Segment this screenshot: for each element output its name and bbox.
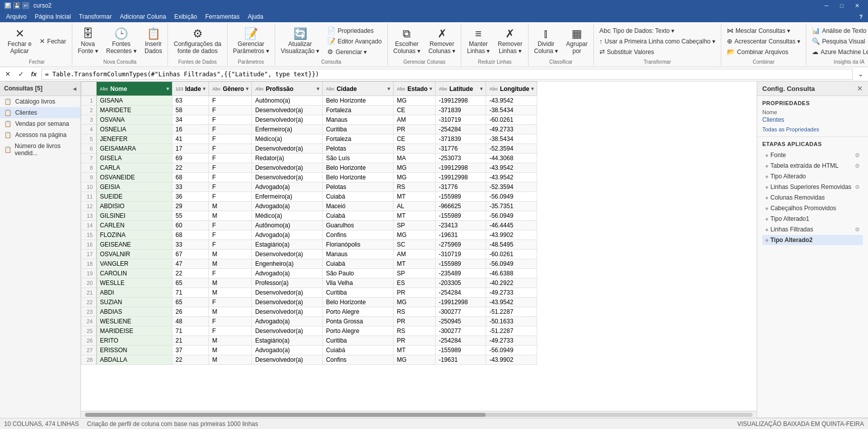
btn-tipo-dados[interactable]: Abc Tipo de Dados: Texto ▾ xyxy=(596,26,719,36)
table-row[interactable]: 5JENEFER41FMédico(a)FortalezaCE-371839-3… xyxy=(81,134,537,144)
table-row[interactable]: 20WESLLE65MProfessor(a)Vila VelhaES-2033… xyxy=(81,278,537,288)
col-header-longitude[interactable]: Abc Longitude ▾ xyxy=(486,82,537,96)
step-item[interactable]: ◆Tipo Alterado xyxy=(762,171,863,181)
col-header-cidade[interactable]: Abc Cidade ▾ xyxy=(323,82,394,96)
step-gear-icon[interactable]: ⚙ xyxy=(855,163,860,169)
btn-acrescentar-consultas[interactable]: ⊕ Acrescentar Consultas ▾ xyxy=(723,36,804,46)
table-row[interactable]: 4OSNELIA16FEnfermeiro(a)CuritibaPR-25428… xyxy=(81,125,537,134)
step-item[interactable]: ◆Colunas Removidas xyxy=(762,193,863,203)
btn-propriedades[interactable]: 📄 Propriedades xyxy=(324,26,385,36)
btn-analise-texto[interactable]: 📊 Análise de Texto xyxy=(808,26,868,36)
table-row[interactable]: 8CARLA22FDesenvolvedor(a)Belo HorizonteM… xyxy=(81,163,537,173)
table-container[interactable]: Abc Nome ▾ 123 Idade xyxy=(81,81,757,411)
sidebar-item-acessos[interactable]: 📋 Acessos na página xyxy=(0,129,80,140)
name-value[interactable]: Clientes xyxy=(762,116,863,123)
table-row[interactable]: 25MARIDEISE71FDesenvolvedor(a)Porto Aleg… xyxy=(81,326,537,336)
table-row[interactable]: 10GEISIA33FAdvogado(a)PelotasRS-31776-52… xyxy=(81,182,537,192)
step-gear-icon[interactable]: ⚙ xyxy=(855,184,860,190)
table-row[interactable]: 22SUZIAN65FDesenvolvedor(a)Belo Horizont… xyxy=(81,298,537,307)
col-header-latitude[interactable]: Abc Latitude ▾ xyxy=(436,82,486,96)
help-icon[interactable]: ? xyxy=(856,12,866,22)
col-filter-profissao[interactable]: ▾ xyxy=(317,86,319,91)
col-filter-genero[interactable]: ▾ xyxy=(246,86,248,91)
table-row[interactable]: 9OSVANEIDE68FDesenvolvedor(a)Belo Horizo… xyxy=(81,173,537,182)
col-header-nome[interactable]: Abc Nome ▾ xyxy=(97,82,172,96)
maximize-button[interactable]: □ xyxy=(835,0,849,11)
col-header-genero[interactable]: Abc Gênero ▾ xyxy=(209,82,252,96)
btn-substituir-valores[interactable]: ⇄ Substituir Valores xyxy=(596,47,719,57)
sidebar-item-clientes[interactable]: 📋 Clientes xyxy=(0,107,80,118)
table-row[interactable]: 13GILSINEI55MMédico(a)CuiabáMT-155989-56… xyxy=(81,211,537,221)
table-row[interactable]: 3OSVANA34FDesenvolvedor(a)ManausAM-31071… xyxy=(81,115,537,125)
btn-primeira-linha[interactable]: ↑ Usar a Primeira Linha como Cabeçalho ▾ xyxy=(596,36,719,46)
menu-transformar[interactable]: Transformar xyxy=(75,11,116,22)
step-item[interactable]: ◆Tipo Alterado2 xyxy=(762,235,863,245)
col-header-idade[interactable]: 123 Idade ▾ xyxy=(172,82,209,96)
btn-combinar-arquivos[interactable]: 📂 Combinar Arquivos xyxy=(723,47,804,57)
table-row[interactable]: 14CARLEN60FAutônomo(a)GuarulhosSP-23413-… xyxy=(81,221,537,230)
step-item[interactable]: ◆Fonte⚙ xyxy=(762,150,863,160)
menu-ajuda[interactable]: Ajuda xyxy=(244,11,268,22)
btn-remover-colunas[interactable]: ✗ RemoverColunas ▾ xyxy=(425,26,459,57)
btn-fontes-recentes[interactable]: 🕒 FontesRecentes ▾ xyxy=(103,26,140,57)
table-row[interactable]: 26ERITO21MEstagiário(a)CuritibaPR-254284… xyxy=(81,336,537,346)
table-row[interactable]: 12ABDISIO29MAdvogado(a)MaceióAL-966625-3… xyxy=(81,202,537,211)
col-filter-estado[interactable]: ▾ xyxy=(429,86,432,91)
btn-dividir-coluna[interactable]: ⫿ DividirColuna ▾ xyxy=(531,26,561,57)
btn-agrupar-por[interactable]: ▦ Agruparpor xyxy=(562,26,591,57)
formula-cancel-btn[interactable]: ✕ xyxy=(2,69,13,80)
formula-fx-btn[interactable]: fx xyxy=(28,69,39,80)
table-row[interactable]: 24WESLIENE48FAdvogado(a)Ponta GrossaPR-2… xyxy=(81,317,537,326)
col-filter-latitude[interactable]: ▾ xyxy=(480,86,483,91)
col-filter-idade[interactable]: ▾ xyxy=(203,86,205,91)
menu-exibicao[interactable]: Exibição xyxy=(170,11,201,22)
right-panel-close-btn[interactable]: ✕ xyxy=(857,84,863,92)
formula-confirm-btn[interactable]: ✓ xyxy=(15,69,26,80)
table-row[interactable]: 23ABDIAS26MDesenvolvedor(a)Porto AlegreR… xyxy=(81,307,537,317)
table-row[interactable]: 18VANGLER47MEngenheiro(a)CuiabáMT-155989… xyxy=(81,259,537,269)
step-gear-icon[interactable]: ⚙ xyxy=(855,152,860,159)
col-filter-cidade[interactable]: ▾ xyxy=(387,86,390,91)
close-button[interactable]: ✕ xyxy=(850,0,864,11)
btn-fechar-aplicar[interactable]: ✕ Fechar eAplicar xyxy=(4,26,35,57)
table-row[interactable]: 1GISANA63FAutônomo(a)Belo HorizonteMG-19… xyxy=(81,96,537,106)
btn-remover-linhas[interactable]: ✗ RemoverLinhas ▾ xyxy=(494,26,526,57)
btn-config-fonte[interactable]: ⚙ Configurações dafonte de dados xyxy=(170,26,225,57)
horizontal-scrollbar[interactable] xyxy=(81,411,757,418)
btn-pesquisa-visual[interactable]: 🔍 Pesquisa Visual xyxy=(808,36,868,46)
menu-pagina-inicial[interactable]: Página Inicial xyxy=(31,11,75,22)
table-row[interactable]: 21ABDI71MDesenvolvedor(a)CuritibaPR-2542… xyxy=(81,288,537,298)
btn-fechar[interactable]: ✕ Fechar xyxy=(36,36,69,46)
menu-ferramentas[interactable]: Ferramentas xyxy=(201,11,244,22)
table-row[interactable]: 27ERISSON37MAdvogado(a)CuiabáMT-155989-5… xyxy=(81,346,537,355)
step-item[interactable]: ◆Linhas Superiores Removidas⚙ xyxy=(762,182,863,192)
col-filter-longitude[interactable]: ▾ xyxy=(531,86,534,91)
table-row[interactable]: 15FLOZINA68FAdvogado(a)ConfinsMG-19631-4… xyxy=(81,230,537,240)
table-row[interactable]: 2MARIDETE58FDesenvolvedor(a)FortalezaCE-… xyxy=(81,106,537,115)
step-item[interactable]: ◆Tabela extraída de HTML⚙ xyxy=(762,161,863,171)
menu-arquivo[interactable]: Arquivo xyxy=(2,11,31,22)
table-row[interactable]: 16GEISEANE33FEstagiário(a)FlorianópolisS… xyxy=(81,240,537,250)
btn-gerenciar-consulta[interactable]: ⚙ Gerenciar ▾ xyxy=(324,47,385,57)
btn-nova-fonte[interactable]: 🗄 NovaFonte ▾ xyxy=(74,26,102,57)
sidebar-item-vendas[interactable]: 📋 Vendas por semana xyxy=(0,118,80,129)
step-item[interactable]: ◆Tipo Alterado1 xyxy=(762,214,863,224)
btn-gerenciar-parametros[interactable]: 📝 GerenciarParâmetros ▾ xyxy=(230,26,273,57)
btn-azure-ml[interactable]: ☁ Azure Machine Learning xyxy=(808,47,868,57)
table-row[interactable]: 7GISELA69FRedator(a)São LuísMA-253073-44… xyxy=(81,154,537,163)
minimize-button[interactable]: ─ xyxy=(819,0,834,11)
table-row[interactable]: 28ABDALLA22MDesenvolvedor(a)ConfinsMG-19… xyxy=(81,355,537,365)
table-row[interactable]: 19CAROLIN22FAdvogado(a)São PauloSP-23548… xyxy=(81,269,537,278)
table-row[interactable]: 17OSVALNIR67MDesenvolvedor(a)ManausAM-31… xyxy=(81,250,537,259)
btn-editor-avancado[interactable]: 📝 Editor Avançado xyxy=(324,36,385,46)
col-filter-nome[interactable]: ▾ xyxy=(166,86,169,91)
btn-mesclar-consultas[interactable]: ⋈ Mesclar Consultas ▾ xyxy=(723,26,804,36)
formula-expand-btn[interactable]: ⌄ xyxy=(855,69,866,80)
table-row[interactable]: 6GEISAMARA17FDesenvolvedor(a)PelotasRS-3… xyxy=(81,144,537,154)
sidebar-item-numero-livros[interactable]: 📋 Número de livros vendid... xyxy=(0,140,80,159)
step-item[interactable]: ◆Cabeçalhos Promovidos xyxy=(762,203,863,213)
col-header-estado[interactable]: Abc Estado ▾ xyxy=(394,82,436,96)
sidebar-item-catalogo[interactable]: 📋 Catálogo livros xyxy=(0,96,80,107)
btn-manter-linhas[interactable]: ≡ ManterLinhas ▾ xyxy=(463,26,493,57)
btn-escolher-colunas[interactable]: ⧉ EscolherColunas ▾ xyxy=(390,26,424,57)
